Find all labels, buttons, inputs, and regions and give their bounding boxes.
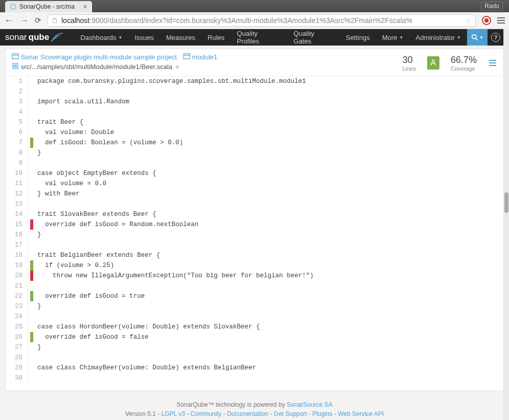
footer-text: SonarQube™ technology is powered by — [176, 401, 286, 408]
line-number[interactable]: 6 — [6, 127, 28, 138]
line-number[interactable]: 15 — [6, 219, 28, 230]
hamburger-menu-icon[interactable] — [497, 17, 505, 24]
tab-close-icon[interactable]: × — [83, 3, 87, 10]
line-number[interactable]: 11 — [6, 179, 28, 189]
line-number[interactable]: 19 — [6, 260, 28, 271]
code-text: override def isGood = true — [37, 291, 145, 301]
adblock-icon[interactable] — [482, 16, 491, 25]
nav-quality-profiles[interactable]: Quality Profiles — [231, 29, 287, 46]
search-icon — [471, 34, 478, 41]
nav-more[interactable]: More▼ — [376, 29, 410, 46]
footer-community-link[interactable]: Community — [190, 410, 222, 417]
svg-point-0 — [11, 4, 16, 9]
svg-line-2 — [476, 38, 478, 40]
metric-coverage: 66.7% Coverage — [451, 55, 477, 72]
line-number[interactable]: 5 — [6, 117, 28, 127]
nav-admin[interactable]: Administrator▼ — [410, 29, 468, 46]
nav-issues[interactable]: Issues — [128, 29, 160, 46]
tab-title: SonarQube - src/ma — [19, 3, 75, 10]
scrollbar-thumb[interactable] — [504, 192, 508, 213]
coverage-none-marker — [30, 230, 33, 240]
line-number[interactable]: 20 — [6, 271, 28, 281]
browser-tab[interactable]: SonarQube - src/ma × — [5, 1, 92, 12]
more-actions-icon[interactable] — [488, 59, 497, 67]
help-button[interactable]: ? — [488, 29, 504, 46]
breadcrumb-module[interactable]: module1 — [192, 53, 217, 61]
line-number[interactable]: 21 — [6, 281, 28, 291]
line-number[interactable]: 25 — [6, 322, 28, 332]
nav-measures[interactable]: Measures — [160, 29, 202, 46]
url-path: /dashboard/index?id=com.buransky%3Amulti… — [107, 16, 412, 25]
url-host: localhost — [61, 16, 90, 25]
code-line: 21 — [6, 281, 503, 291]
nav-rules[interactable]: Rules — [202, 29, 231, 46]
line-number[interactable]: 1 — [6, 76, 28, 86]
line-number[interactable]: 18 — [6, 250, 28, 260]
line-number[interactable]: 28 — [6, 352, 28, 363]
nav-quality-gates[interactable]: Quality Gates — [287, 29, 340, 46]
favorite-star-icon[interactable]: ★ — [174, 63, 181, 71]
footer-api-link[interactable]: Web Service API — [338, 410, 384, 417]
line-number[interactable]: 24 — [6, 312, 28, 322]
footer-support-link[interactable]: Get Support — [274, 410, 307, 417]
code-line: 25case class HordonBeer(volume: Double) … — [6, 322, 503, 332]
code-line: 13 — [6, 199, 503, 209]
footer-plugins-link[interactable]: Plugins — [312, 410, 332, 417]
line-number[interactable]: 10 — [6, 168, 28, 179]
line-number[interactable]: 27 — [6, 342, 28, 352]
line-number[interactable]: 23 — [6, 301, 28, 312]
coverage-none-marker — [30, 127, 33, 138]
os-user-badge[interactable]: Rado — [481, 2, 503, 11]
nav-dashboards[interactable]: Dashboards▼ — [74, 29, 128, 46]
code-text: } — [37, 230, 41, 240]
address-bar[interactable]: 🗋 localhost :9000 /dashboard/index?id=co… — [48, 14, 476, 27]
metric-lines-label: Lines — [403, 65, 416, 72]
code-text: import scala.util.Random — [37, 97, 129, 107]
reload-icon[interactable]: ⟳ — [35, 16, 41, 25]
line-number[interactable]: 30 — [6, 373, 28, 383]
line-number[interactable]: 16 — [6, 230, 28, 240]
caret-down-icon: ▼ — [457, 35, 461, 40]
file-icon — [12, 63, 19, 69]
line-number[interactable]: 17 — [6, 240, 28, 250]
code-line: 28 — [6, 352, 503, 363]
line-number[interactable]: 13 — [6, 199, 28, 209]
code-line: 14trait SlovakBeer extends Beer { — [6, 209, 503, 219]
code-line: 7 def isGood: Boolean = (volume > 0.0) — [6, 138, 503, 148]
coverage-none-marker — [30, 199, 33, 209]
line-number[interactable]: 2 — [6, 86, 28, 97]
line-number[interactable]: 4 — [6, 107, 28, 117]
browser-toolbar: ← → ⟳ 🗋 localhost :9000 /dashboard/index… — [0, 12, 509, 29]
code-line: 11 val volume = 0.0 — [6, 179, 503, 189]
line-number[interactable]: 8 — [6, 148, 28, 158]
code-text: override def isGood = false — [37, 332, 149, 342]
coverage-none-marker — [30, 363, 33, 373]
code-text: case class ChimayBeer(volume: Double) ex… — [37, 363, 256, 373]
line-number[interactable]: 22 — [6, 291, 28, 301]
bookmark-star-icon[interactable]: ☆ — [466, 16, 472, 25]
line-number[interactable]: 26 — [6, 332, 28, 342]
line-number[interactable]: 29 — [6, 363, 28, 373]
url-port: :9000 — [90, 16, 107, 25]
line-number[interactable]: 9 — [6, 158, 28, 168]
back-icon[interactable]: ← — [4, 15, 13, 26]
line-number[interactable]: 14 — [6, 209, 28, 219]
sonar-logo[interactable]: sonarqube — [5, 32, 64, 42]
search-button[interactable]: ▼ — [467, 29, 488, 46]
breadcrumb-project[interactable]: Sonar Scoverage plugin multi-module samp… — [21, 53, 177, 61]
code-line: 12} with Beer — [6, 189, 503, 199]
footer-sonarsource-link[interactable]: SonarSource SA — [287, 401, 333, 408]
nav-settings[interactable]: Settings — [340, 29, 376, 46]
footer-version: Version 5.1 — [125, 410, 156, 417]
project-icon — [12, 53, 19, 59]
footer-license-link[interactable]: LGPL v3 — [161, 410, 185, 417]
line-number[interactable]: 12 — [6, 189, 28, 199]
window-scrollbar[interactable] — [503, 29, 509, 420]
line-number[interactable]: 3 — [6, 97, 28, 107]
code-text: case class HordonBeer(volume: Double) ex… — [37, 322, 260, 332]
footer-documentation-link[interactable]: Documentation — [227, 410, 269, 417]
line-number[interactable]: 7 — [6, 138, 28, 148]
code-text: trait BelgianBeer extends Beer { — [37, 250, 160, 260]
coverage-none-marker — [30, 352, 33, 363]
coverage-none-marker — [30, 301, 33, 312]
